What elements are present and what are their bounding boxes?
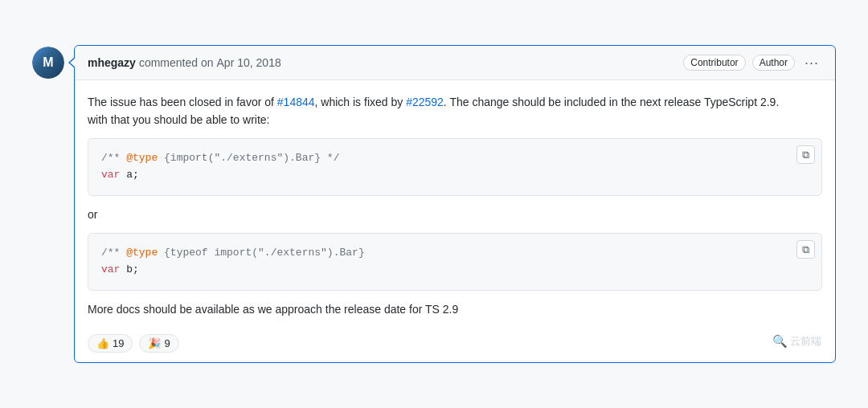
link-14844[interactable]: #14844 bbox=[277, 96, 315, 108]
contributor-badge: Contributor bbox=[683, 55, 745, 71]
comment-or-text: or bbox=[88, 206, 822, 223]
code-comment-2: /** @type {typeof import("./externs").Ba… bbox=[101, 247, 365, 259]
tada-count: 9 bbox=[164, 337, 170, 349]
code-comment-1: /** @type {import("./externs").Bar} */ bbox=[101, 152, 339, 164]
reaction-bar: 👍 19 🎉 9 bbox=[75, 328, 835, 362]
comment-body: The issue has been closed in favor of #1… bbox=[75, 80, 835, 328]
comment-paragraph-3: More docs should be available as we appr… bbox=[88, 300, 822, 318]
copy-button-1[interactable]: ⧉ bbox=[796, 145, 815, 164]
comment-date: Apr 10, 2018 bbox=[217, 56, 281, 69]
comment-header-right: Contributor Author ··· bbox=[683, 54, 822, 71]
link-22592[interactable]: #22592 bbox=[406, 96, 444, 108]
code-keyword-var-1: var bbox=[101, 169, 120, 181]
reaction-thumbsup[interactable]: 👍 19 bbox=[88, 334, 133, 353]
copy-button-2[interactable]: ⧉ bbox=[796, 240, 815, 259]
code-line-3: /** @type {typeof import("./externs").Ba… bbox=[101, 245, 809, 262]
comment-action: commented on bbox=[139, 56, 214, 69]
watermark: 🔍 云前端 bbox=[772, 334, 821, 349]
code-line-1: /** @type {import("./externs").Bar} */ bbox=[101, 150, 809, 167]
author-badge: Author bbox=[752, 55, 795, 71]
code-line-2: var a; bbox=[101, 167, 809, 184]
comment-header-left: mhegazy commented on Apr 10, 2018 bbox=[88, 56, 281, 69]
thumbsup-count: 19 bbox=[113, 337, 124, 349]
comment-author[interactable]: mhegazy bbox=[88, 56, 136, 69]
thumbsup-emoji: 👍 bbox=[96, 337, 109, 349]
watermark-text: 云前端 bbox=[790, 334, 821, 349]
code-line-4: var b; bbox=[101, 262, 809, 279]
avatar: M bbox=[32, 47, 64, 79]
watermark-icon: 🔍 bbox=[772, 334, 788, 349]
avatar-image: M bbox=[32, 47, 64, 79]
code-keyword-var-2: var bbox=[101, 263, 120, 275]
comment-box: mhegazy commented on Apr 10, 2018 Contri… bbox=[74, 45, 836, 364]
code-block-2: ⧉ /** @type {typeof import("./externs").… bbox=[88, 233, 822, 291]
code-var-b: b; bbox=[126, 263, 139, 275]
reaction-tada[interactable]: 🎉 9 bbox=[139, 334, 178, 353]
code-block-1: ⧉ /** @type {import("./externs").Bar} */… bbox=[88, 138, 822, 196]
code-var-a: a; bbox=[126, 169, 139, 181]
comment-paragraph-1: The issue has been closed in favor of #1… bbox=[88, 93, 822, 129]
tada-emoji: 🎉 bbox=[148, 337, 161, 349]
more-options-button[interactable]: ··· bbox=[801, 54, 822, 71]
comment-header: mhegazy commented on Apr 10, 2018 Contri… bbox=[75, 46, 835, 80]
